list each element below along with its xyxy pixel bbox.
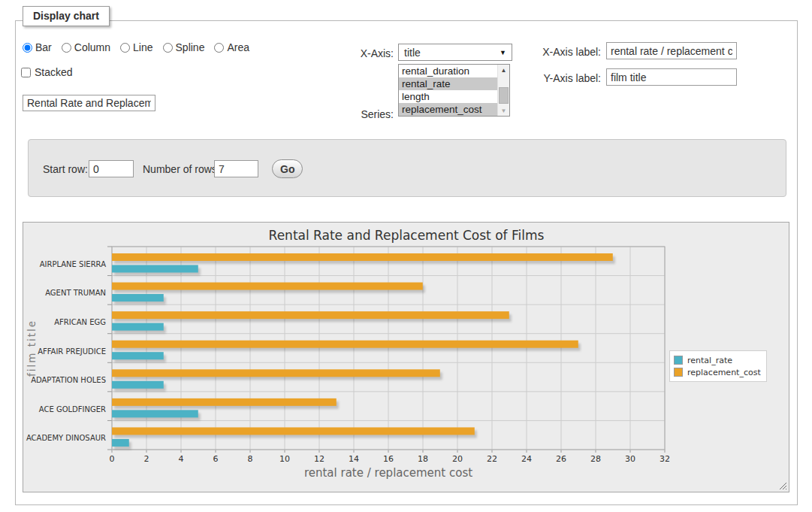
chart-legend: rental_rate replacement_cost bbox=[669, 350, 767, 382]
display-chart-page: Display chart Bar Column Line Spline Are… bbox=[0, 0, 812, 512]
svg-text:rental rate / replacement cost: rental rate / replacement cost bbox=[304, 466, 472, 480]
svg-text:12: 12 bbox=[314, 454, 324, 464]
radio-item-spline: Spline bbox=[163, 41, 205, 53]
stacked-checkbox[interactable] bbox=[21, 68, 31, 77]
replacement-cost-swatch bbox=[674, 368, 683, 377]
rental-rate-swatch bbox=[674, 356, 683, 365]
series-option[interactable]: rental_rate bbox=[399, 77, 497, 90]
series-option[interactable]: replacement_cost bbox=[399, 103, 497, 116]
start-row-label: Start row: bbox=[43, 163, 88, 175]
series-listbox-label: Series: bbox=[331, 108, 394, 120]
svg-text:22: 22 bbox=[487, 454, 497, 464]
row-range-panel bbox=[28, 139, 786, 197]
bar-radio[interactable] bbox=[23, 43, 32, 53]
svg-text:16: 16 bbox=[383, 454, 394, 464]
area-radio-label: Area bbox=[227, 41, 249, 53]
svg-text:AIRPLANE SIERRA: AIRPLANE SIERRA bbox=[40, 260, 106, 268]
stacked-checkbox-row: Stacked bbox=[21, 66, 73, 78]
scrollbar-thumb[interactable] bbox=[499, 87, 509, 104]
svg-text:AFRICAN EGG: AFRICAN EGG bbox=[54, 318, 106, 326]
svg-text:0: 0 bbox=[110, 454, 115, 464]
svg-text:24: 24 bbox=[521, 454, 532, 464]
svg-text:ACADEMY DINOSAUR: ACADEMY DINOSAUR bbox=[26, 434, 106, 442]
svg-text:4: 4 bbox=[179, 454, 184, 464]
x-axis-select[interactable]: title ▼ bbox=[398, 44, 512, 61]
line-radio[interactable] bbox=[120, 43, 130, 53]
svg-text:20: 20 bbox=[452, 454, 463, 464]
radio-item-line: Line bbox=[120, 41, 152, 53]
radio-item-area: Area bbox=[214, 41, 249, 53]
y-axis-label-input[interactable] bbox=[606, 68, 737, 86]
y-axis-label-label: Y-Axis label: bbox=[532, 72, 601, 84]
svg-text:14: 14 bbox=[349, 454, 359, 464]
svg-text:6: 6 bbox=[213, 454, 219, 464]
x-axis-select-value: title bbox=[404, 47, 421, 59]
radio-item-column: Column bbox=[62, 41, 110, 53]
column-radio-label: Column bbox=[74, 41, 110, 53]
svg-text:30: 30 bbox=[625, 454, 635, 464]
go-button[interactable]: Go bbox=[272, 159, 303, 178]
chart-title-input[interactable] bbox=[23, 95, 155, 111]
svg-text:AGENT TRUMAN: AGENT TRUMAN bbox=[45, 289, 106, 297]
legend-label: replacement_cost bbox=[687, 368, 761, 377]
scroll-up-icon[interactable]: ▲ bbox=[498, 65, 509, 75]
legend-label: rental_rate bbox=[687, 356, 732, 365]
series-listbox-scrollbar[interactable]: ▲ ▼ bbox=[497, 65, 509, 116]
dropdown-arrow-icon: ▼ bbox=[500, 49, 506, 56]
column-radio[interactable] bbox=[62, 43, 71, 53]
series-options: rental_duration rental_rate length repla… bbox=[399, 65, 497, 116]
svg-text:film title: film title bbox=[26, 320, 38, 377]
x-axis-select-label: X-Axis: bbox=[331, 47, 394, 59]
spline-radio-label: Spline bbox=[176, 41, 205, 53]
legend-row: replacement_cost bbox=[674, 366, 761, 378]
area-radio[interactable] bbox=[214, 43, 224, 53]
svg-text:28: 28 bbox=[590, 454, 601, 464]
x-axis-label-label: X-Axis label: bbox=[532, 46, 601, 58]
number-of-rows-input[interactable] bbox=[214, 160, 258, 177]
chart-type-radio-group: Bar Column Line Spline Area bbox=[23, 41, 249, 53]
bar-radio-label: Bar bbox=[35, 41, 52, 53]
svg-text:18: 18 bbox=[418, 454, 428, 464]
number-of-rows-label: Number of rows: bbox=[143, 163, 220, 175]
svg-text:8: 8 bbox=[248, 454, 253, 464]
fieldset-legend: Display chart bbox=[23, 6, 110, 26]
legend-row: rental_rate bbox=[674, 354, 761, 366]
svg-text:2: 2 bbox=[144, 454, 149, 464]
spline-radio[interactable] bbox=[163, 43, 173, 53]
chart-panel: Rental Rate and Replacement Cost of Film… bbox=[23, 222, 789, 492]
radio-item-bar: Bar bbox=[23, 41, 52, 53]
svg-text:26: 26 bbox=[556, 454, 566, 464]
svg-text:Rental Rate and Replacement Co: Rental Rate and Replacement Cost of Film… bbox=[269, 228, 545, 243]
series-option[interactable]: rental_duration bbox=[399, 65, 497, 77]
svg-text:ADAPTATION HOLES: ADAPTATION HOLES bbox=[31, 376, 106, 384]
series-option[interactable]: length bbox=[399, 90, 497, 103]
series-listbox: rental_duration rental_rate length repla… bbox=[398, 64, 510, 117]
svg-text:32: 32 bbox=[660, 454, 670, 464]
start-row-input[interactable] bbox=[89, 160, 134, 177]
scroll-down-icon[interactable]: ▼ bbox=[498, 105, 509, 116]
stacked-checkbox-label: Stacked bbox=[35, 66, 73, 78]
svg-text:10: 10 bbox=[279, 454, 290, 464]
svg-text:ACE GOLDFINGER: ACE GOLDFINGER bbox=[39, 405, 106, 414]
line-radio-label: Line bbox=[133, 41, 152, 53]
svg-text:AFFAIR PREJUDICE: AFFAIR PREJUDICE bbox=[38, 347, 106, 356]
x-axis-label-input[interactable] bbox=[606, 42, 737, 59]
